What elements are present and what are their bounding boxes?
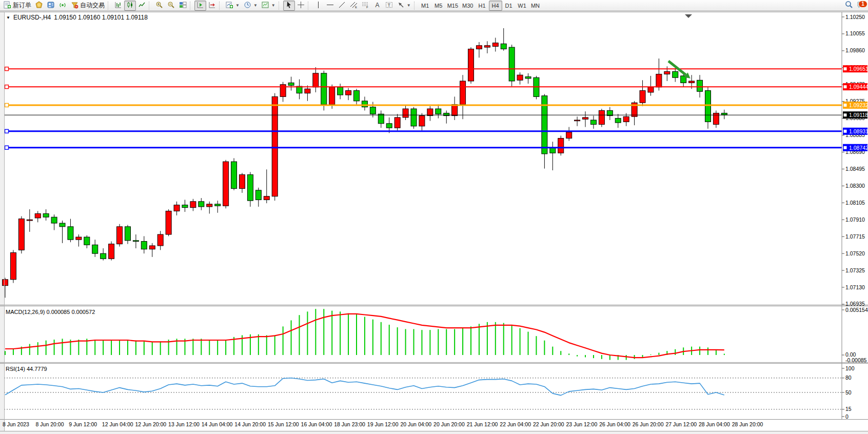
svg-text:F: F [366,6,368,9]
candle-body [125,227,130,241]
time-axis-label: 14 Jun 04:00 [202,421,233,427]
chevron-down-icon: ▼ [271,3,275,8]
zoom-in-button[interactable] [153,1,165,11]
timeframe-button-m15[interactable]: M15 [445,1,460,11]
mt4-window: 新订单 自动交易 [0,0,868,434]
trendline-button[interactable] [336,1,348,11]
candle-body [550,148,556,153]
time-axis-label: 23 Jun 12:00 [566,421,598,427]
auto-trading-label: 自动交易 [80,1,105,10]
data-window-icon [47,1,55,10]
chart-area[interactable]: 1.102501.100551.098601.096651.094701.092… [0,12,868,434]
toolbar-separator [279,2,281,10]
timeframe-button-d1[interactable]: D1 [502,1,516,11]
timeframe-button-m1[interactable]: M1 [419,1,432,11]
candle-body [60,223,65,227]
bar-chart-button[interactable] [112,1,124,11]
candle-body [199,202,204,207]
indicators-icon [226,1,233,10]
notification-badge: 1 [859,1,867,7]
timeframe-button-h1[interactable]: H1 [476,1,489,11]
candle-body [239,174,245,188]
candle-body [689,81,695,83]
chart-shift-button[interactable] [206,1,218,11]
chart-canvas[interactable]: 1.102501.100551.098601.096651.094701.092… [0,12,868,434]
search-button[interactable] [843,1,855,11]
vertical-line-button[interactable] [312,1,324,11]
toolbar-separator [108,2,110,10]
line-anchor [5,146,9,149]
candle-body [640,91,645,103]
timeframe-button-m5[interactable]: M5 [432,1,445,11]
zoom-out-icon [167,1,175,10]
new-order-button[interactable]: 新订单 [2,1,33,11]
auto-trading-button[interactable]: 自动交易 [69,1,107,11]
data-window-button[interactable] [45,1,57,11]
candle-body [35,213,41,218]
chevron-down-icon: ▼ [253,3,258,8]
price-tick-label: 1.07325 [845,267,865,273]
fibonacci-button[interactable]: F [360,1,371,11]
timeframe-button-h4[interactable]: H4 [489,1,502,11]
timeframe-button-m30[interactable]: M30 [460,1,475,11]
auto-scroll-button[interactable] [194,1,206,11]
candle-body [84,237,90,245]
horizontal-line-button[interactable] [324,1,336,11]
trendline-icon [338,1,346,10]
candle-body [623,116,629,122]
candle-body [411,109,417,126]
candle-body [452,105,458,116]
timeframe-button-mn[interactable]: MN [529,1,542,11]
bar-chart-icon [114,1,122,10]
time-axis-label: 28 Jun 20:00 [732,421,763,427]
candle-body [338,87,343,95]
candlestick-chart-button[interactable] [124,1,136,11]
chart-shift-icon [208,1,216,10]
periods-button[interactable]: ▼ [242,1,260,11]
candle-body [157,234,163,246]
indicators-button[interactable]: ▼ [224,1,242,11]
text-button[interactable]: A [371,1,383,11]
time-axis-label: 8 Jun 20:00 [36,421,64,427]
timeframe-button-w1[interactable]: W1 [516,1,529,11]
line-chart-button[interactable] [136,1,148,11]
candle-body [484,46,490,47]
search-icon [845,1,853,10]
crosshair-button[interactable] [295,1,307,11]
price-tick-label: 1.08105 [845,200,865,206]
symbol-dropdown-icon[interactable]: ▼ [6,15,10,20]
cursor-button[interactable] [283,1,295,11]
chevron-down-icon: ▼ [407,3,411,8]
price-label-text: 1.09118 [849,112,868,118]
candle-body [599,110,604,124]
price-tick-label: 1.07910 [845,216,865,223]
time-axis-label: 13 Jun 12:00 [168,421,200,427]
candle-body [272,96,278,196]
text-label-button[interactable]: T [383,1,395,11]
candle-body [109,244,114,259]
candle-body [492,43,498,47]
arrows-button[interactable]: ▼ [395,1,413,11]
candle-body [501,44,506,49]
price-label-text: 1.09444 [849,84,868,90]
price-tick-label: 1.08495 [845,166,865,172]
price-tick-label: 1.08300 [845,183,865,189]
equidistant-channel-button[interactable]: E [348,1,360,11]
time-axis-label: 8 Jun 2023 [3,421,29,427]
notifications-button[interactable]: 1 [855,1,866,11]
tile-windows-button[interactable] [177,1,189,11]
candle-body [329,87,335,105]
mql-badge-button[interactable] [33,1,45,11]
candle-body [460,81,466,105]
candle-body [525,77,531,78]
auto-scroll-icon [196,1,204,10]
candle-body [583,117,588,119]
symbol-title: EURUSD-,H4 [13,14,51,21]
templates-button[interactable]: ▼ [260,1,278,11]
candle-body [590,120,596,124]
candle-body [223,162,229,206]
time-axis-label: 19 Jun 12:00 [367,421,399,427]
candle-body [427,109,433,116]
signals-button[interactable] [57,1,69,11]
zoom-out-button[interactable] [165,1,177,11]
